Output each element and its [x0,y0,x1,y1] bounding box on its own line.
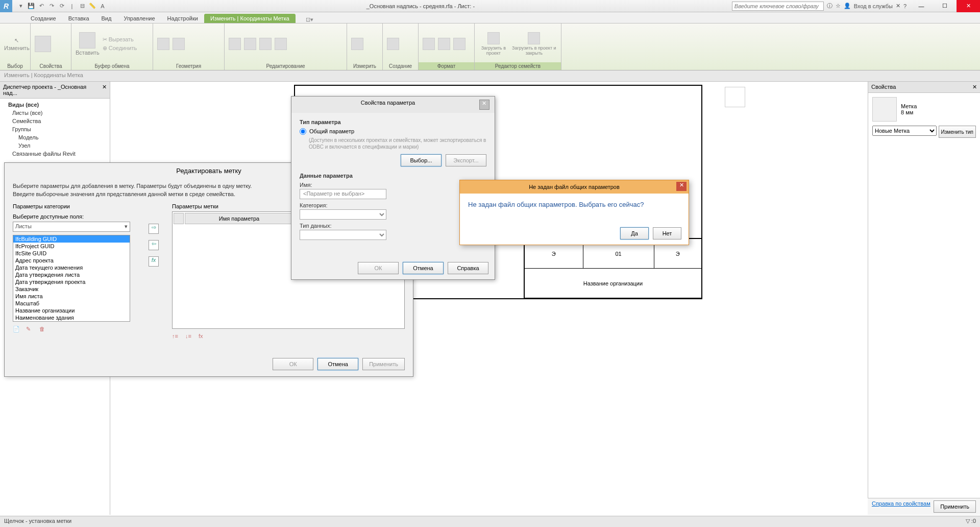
props-icon[interactable] [35,36,51,52]
edit-param-icon[interactable]: ✎ [26,326,34,334]
move-icon[interactable] [229,38,241,50]
tree-views[interactable]: Виды (все) [2,101,108,109]
dlg-cancel-button[interactable]: Отмена [317,358,358,370]
exchange-icon[interactable]: ✕ [896,3,900,9]
param-cancel-button[interactable]: Отмена [403,262,444,274]
lists-combo[interactable]: Листы▾ [13,222,130,232]
panel-props: Свойства [31,23,71,70]
help-icon[interactable]: ? [903,3,906,9]
list-item[interactable]: Название организации [13,307,130,314]
user-icon[interactable]: 👤 [844,3,851,9]
list-item[interactable]: Дата утверждения проекта [13,278,130,285]
align-left-icon[interactable] [423,38,435,50]
tree-sheets[interactable]: Листы (все) [2,109,108,117]
remove-button[interactable]: ⇦ [149,240,159,250]
props-close-icon[interactable]: ✕ [972,84,977,90]
no-button[interactable]: Нет [653,227,681,239]
tab-manage[interactable]: Управление [117,14,161,23]
list-item[interactable]: Заказчик [13,285,130,293]
tree-families[interactable]: Семейства [2,117,108,125]
list-item[interactable]: IfcProject GUID [13,243,130,250]
load-close-icon[interactable] [528,32,540,44]
load-project-icon[interactable] [487,32,500,44]
info-icon[interactable]: ⓘ [827,2,832,10]
props-apply-button[interactable]: Применить [934,500,976,513]
copy-icon[interactable] [244,38,256,50]
param-ok-button[interactable]: ОК [358,262,399,274]
close-button[interactable]: ✕ [957,0,980,12]
export-button[interactable]: Экспорт... [446,154,486,166]
list-item[interactable]: IfcSite GUID [13,250,130,257]
paste-icon[interactable] [79,32,95,49]
category-select[interactable] [300,209,386,220]
dlg-apply-button[interactable]: Применить [362,358,405,370]
tab-insert[interactable]: Вставка [62,14,95,23]
qat-redo-icon[interactable]: ↷ [47,2,56,11]
add-button[interactable]: ⇨ [149,224,159,234]
maximize-button[interactable]: ☐ [933,0,957,12]
props-help-link[interactable]: Справка по свойствам [872,500,930,513]
shared-radio[interactable] [300,128,306,135]
mirror-icon[interactable] [275,38,287,50]
align-center-icon[interactable] [438,38,450,50]
minimize-button[interactable]: — [910,0,933,12]
list-item[interactable]: Дата утверждения листа [13,271,130,278]
geo-icon[interactable] [157,38,169,50]
tab-addins[interactable]: Надстройки [161,14,204,23]
del-param-icon[interactable]: 🗑 [39,326,47,334]
alert-close-icon[interactable]: ✕ [676,182,687,191]
tree-model[interactable]: Модель [2,133,108,141]
list-item[interactable]: Наименование проекта [13,321,130,322]
tree-groups[interactable]: Группы [2,125,108,133]
tree-links[interactable]: Связанные файлы Revit [2,150,108,158]
cut-button[interactable]: ✂ Вырезать [103,36,137,43]
browser-close-icon[interactable]: ✕ [102,84,107,96]
create-icon[interactable] [387,38,399,50]
qat-dim-icon[interactable]: ⊟ [78,2,87,11]
list-item[interactable]: Адрес проекта [13,257,130,264]
col-name[interactable]: Имя параметра [185,213,293,224]
fields-listbox[interactable]: IfcBuilding GUID IfcProject GUID IfcSite… [13,235,130,322]
param-help-button[interactable]: Справка [448,262,488,274]
join-button[interactable]: ⊕ Соединить [103,45,137,52]
list-item[interactable]: Имя листа [13,293,130,300]
list-item[interactable]: Наименование здания [13,314,130,321]
app-logo[interactable]: R [0,0,12,12]
qat-sync-icon[interactable]: ⟳ [57,2,66,11]
name-input[interactable]: <Параметр не выбран> [300,189,386,199]
tab-view[interactable]: Вид [95,14,118,23]
fx2-icon[interactable]: fx [199,333,207,341]
qat-line-icon[interactable]: 📏 [88,2,97,11]
list-item[interactable]: Дата текущего изменения [13,264,130,271]
rotate-icon[interactable] [259,38,272,50]
tab-create[interactable]: Создание [24,14,62,23]
measure-icon[interactable] [351,38,363,50]
dlg-param-close-icon[interactable]: ✕ [479,100,489,110]
fx-button[interactable]: fx [149,256,159,267]
search-input[interactable] [732,2,824,11]
cursor-icon[interactable]: ↖ [14,37,19,44]
align-right-icon[interactable] [453,38,465,50]
type-selector[interactable]: Новые Метка [872,126,937,136]
geo-icon2[interactable] [173,38,185,50]
qat-undo-icon[interactable]: ↶ [37,2,46,11]
nav-wheel[interactable] [725,87,745,107]
yes-button[interactable]: Да [620,227,649,239]
select-button[interactable]: Выбор... [401,154,442,166]
tab-modify[interactable]: Изменить | Координаты Метка [204,14,296,23]
star-icon[interactable]: ☆ [836,3,841,9]
qat-text-icon[interactable]: A [98,2,107,11]
list-item[interactable]: IfcBuilding GUID [13,235,130,243]
edit-type-button[interactable]: Изменить тип [939,126,976,138]
login-link[interactable]: Вход в службы [854,3,893,9]
dlg-ok-button[interactable]: ОК [273,358,313,370]
move-up-icon[interactable]: ↑≡ [172,333,180,341]
qat-open-icon[interactable]: ▾ [16,2,26,11]
qat-save-icon[interactable]: 💾 [27,2,36,11]
datatype-select[interactable] [300,230,386,240]
move-down-icon[interactable]: ↓≡ [185,333,193,341]
list-item[interactable]: Масштаб [13,300,130,307]
tree-node[interactable]: Узел [2,141,108,150]
new-param-icon[interactable]: 📄 [13,326,21,334]
tab-collapse-icon[interactable]: ⊡▾ [306,16,313,23]
